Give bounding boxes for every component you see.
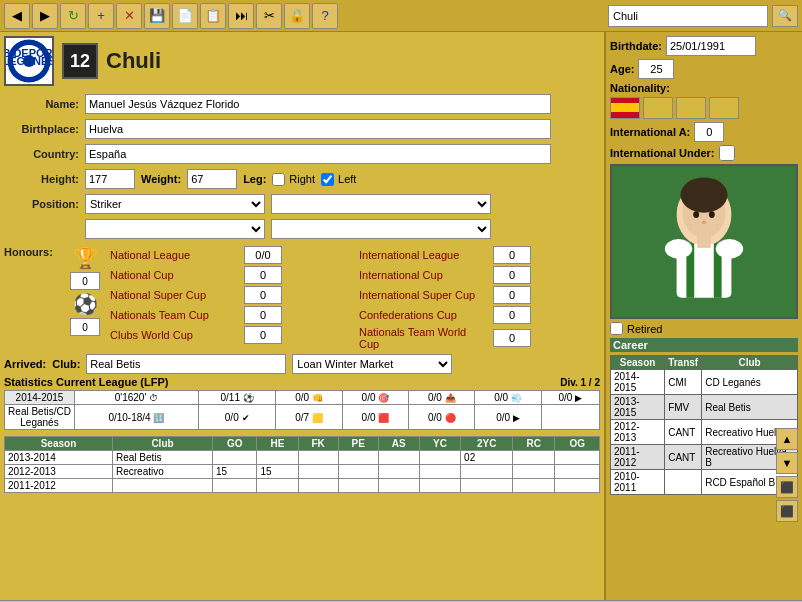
help-button[interactable]: ? — [312, 3, 338, 29]
stats-goals: 0/11 ⚽ — [198, 391, 276, 405]
position-select4[interactable] — [271, 219, 491, 239]
nationality-flags — [610, 97, 798, 119]
close-button[interactable]: ✕ — [116, 3, 142, 29]
left-label: Left — [338, 173, 356, 185]
weight-input[interactable] — [187, 169, 237, 189]
position-select2[interactable] — [271, 194, 491, 214]
intl-under-checkbox[interactable] — [719, 145, 735, 161]
2yc-val — [461, 465, 513, 479]
flag-spain — [610, 97, 640, 119]
age-label: Age: — [610, 63, 634, 75]
career-club: CD Leganés — [702, 370, 798, 395]
position-label: Position: — [4, 198, 79, 210]
yc-val — [419, 465, 460, 479]
flag-empty1 — [643, 97, 673, 119]
market-select[interactable]: Loan Winter Market — [292, 354, 452, 374]
col-he: HE — [257, 437, 298, 451]
club-input[interactable] — [86, 354, 286, 374]
career-nav-down[interactable]: ▼ — [776, 452, 798, 474]
col-og: OG — [555, 437, 600, 451]
paste-button[interactable]: 📋 — [200, 3, 226, 29]
rc-val — [513, 465, 555, 479]
honour-nationals-team-cup: Nationals Team Cup — [110, 306, 351, 324]
height-input[interactable] — [85, 169, 135, 189]
honour-name: Clubs World Cup — [110, 329, 240, 341]
intl-a-input[interactable] — [694, 122, 724, 142]
country-row: Country: — [4, 144, 600, 164]
career-title: Career — [610, 338, 798, 352]
honour-val-confederations-cup[interactable] — [493, 306, 531, 324]
honour-val-national-league[interactable] — [244, 246, 282, 264]
leg-label: Leg: — [243, 173, 266, 185]
career-nav-up[interactable]: ▲ — [776, 428, 798, 450]
copy-button[interactable]: 📄 — [172, 3, 198, 29]
svg-point-11 — [702, 220, 706, 224]
player-name: Chuli — [106, 48, 161, 74]
honour-intl-league: International League — [359, 246, 600, 264]
country-label: Country: — [4, 148, 79, 160]
forward-button[interactable]: ▶ — [32, 3, 58, 29]
honour-val-nationals-world-cup[interactable] — [493, 329, 531, 347]
trophy-icon: 🏆 — [73, 246, 98, 270]
add-button[interactable]: + — [88, 3, 114, 29]
position-select[interactable]: Striker — [85, 194, 265, 214]
honour-val-intl-league[interactable] — [493, 246, 531, 264]
cut-button[interactable]: ✂ — [256, 3, 282, 29]
honour-val-intl-cup[interactable] — [493, 266, 531, 284]
position-select3[interactable] — [85, 219, 265, 239]
honour-name: International Cup — [359, 269, 489, 281]
search-input[interactable] — [608, 5, 768, 27]
og-val — [555, 479, 600, 493]
left-checkbox[interactable] — [321, 173, 334, 186]
career-nav-bottom[interactable]: ⬛ — [776, 500, 798, 522]
go-val: 15 — [213, 465, 257, 479]
stats-table: 2014-2015 0'1620' ⏱ 0/11 ⚽ 0/0 👊 0/0 🎯 0… — [4, 390, 600, 430]
retired-checkbox[interactable] — [610, 322, 623, 335]
search-button[interactable]: 🔍 — [772, 5, 798, 27]
stats-team: Real Betis/CD Leganés — [5, 405, 75, 430]
trophy-count1[interactable] — [70, 272, 100, 290]
toolbar: ◀ ▶ ↻ + ✕ 💾 📄 📋 ⏭ ✂ 🔒 ? 🔍 — [0, 0, 802, 32]
age-input[interactable] — [638, 59, 674, 79]
honour-intl-super-cup: International Super Cup — [359, 286, 600, 304]
rc-val — [513, 451, 555, 465]
honour-val-intl-super-cup[interactable] — [493, 286, 531, 304]
stats-headers: 0/0 🎯 — [342, 391, 408, 405]
career-club: Real Betis — [702, 395, 798, 420]
career-nav-end[interactable]: ⬛ — [776, 476, 798, 498]
pe-val — [338, 479, 378, 493]
stats-div: Div. 1 / 2 — [560, 377, 600, 388]
save-button[interactable]: 💾 — [144, 3, 170, 29]
trophy-count2[interactable] — [70, 318, 100, 336]
career-transfer: CANT — [665, 445, 702, 470]
honour-val-nationals-team-cup[interactable] — [244, 306, 282, 324]
name-input[interactable] — [85, 94, 551, 114]
svg-point-8 — [681, 177, 728, 212]
fk-val — [298, 465, 338, 479]
as-val — [378, 479, 419, 493]
career-row: 2010-2011 RCD Español B — [611, 470, 798, 495]
birthplace-input[interactable] — [85, 119, 551, 139]
honour-val-national-cup[interactable] — [244, 266, 282, 284]
honour-national-super-cup: National Super Cup — [110, 286, 351, 304]
go-val — [213, 479, 257, 493]
lock-button[interactable]: 🔒 — [284, 3, 310, 29]
back-button[interactable]: ◀ — [4, 3, 30, 29]
stats-shots: 0/0 💨 — [475, 391, 541, 405]
birthdate-input[interactable] — [666, 36, 756, 56]
season-val: 2011-2012 — [5, 479, 113, 493]
honour-name: International League — [359, 249, 489, 261]
as-val — [378, 451, 419, 465]
right-checkbox[interactable] — [272, 173, 285, 186]
fk-val — [298, 479, 338, 493]
skip-button[interactable]: ⏭ — [228, 3, 254, 29]
honour-val-national-super-cup[interactable] — [244, 286, 282, 304]
honour-val-clubs-world-cup[interactable] — [244, 326, 282, 344]
svg-rect-17 — [697, 234, 711, 248]
stats-v3: 0/0 🟥 — [342, 405, 408, 430]
nationality-row: Nationality: — [610, 82, 798, 94]
left-check-group: Left — [321, 173, 356, 186]
refresh-button[interactable]: ↻ — [60, 3, 86, 29]
position-row: Position: Striker — [4, 194, 600, 214]
country-input[interactable] — [85, 144, 551, 164]
